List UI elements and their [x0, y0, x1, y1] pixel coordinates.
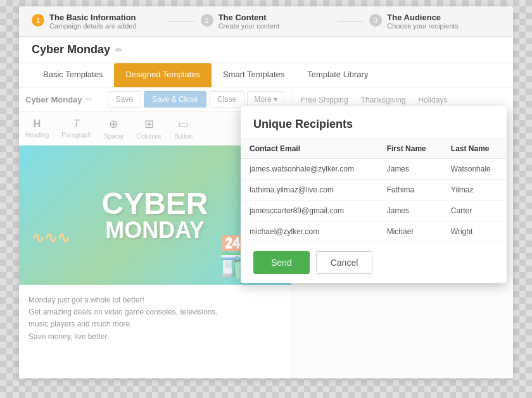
- row2-first: Fathima: [378, 180, 442, 201]
- tab-smart-templates[interactable]: Smart Templates: [212, 63, 296, 87]
- row1-last: Watsonhale: [442, 159, 507, 180]
- tab-template-library[interactable]: Template Library: [296, 63, 379, 87]
- table-row: michael@zylker.com Michael Wright: [241, 221, 507, 242]
- tab-designed-templates[interactable]: Designed Templates: [114, 63, 212, 87]
- row4-first: Michael: [378, 221, 442, 242]
- unique-recipients-modal: Unique Recipients Contact Email First Na…: [241, 106, 507, 283]
- edit-campaign-icon[interactable]: ✏: [115, 45, 123, 55]
- cancel-button[interactable]: Cancel: [316, 251, 373, 274]
- row3-email: jamesccarter89@gmail.com: [241, 201, 378, 221]
- table-row: fathima.yilmaz@live.com Fathima Yilmaz: [241, 180, 507, 201]
- main-container: 1 The Basic Information Campaign details…: [19, 6, 513, 378]
- step-1-number: 1: [32, 14, 44, 27]
- row4-email: michael@zylker.com: [241, 221, 378, 242]
- campaign-title-bar: Cyber Monday ✏: [19, 37, 513, 63]
- step-3-number: 3: [369, 14, 382, 27]
- modal-overlay: Unique Recipients Contact Email First Na…: [19, 87, 513, 378]
- step-2-number: 2: [201, 14, 213, 27]
- step-1-info: The Basic Information Campaign details a…: [49, 13, 137, 30]
- campaign-title: Cyber Monday: [32, 43, 110, 56]
- step-3-subtitle: Choose your recipients: [387, 22, 459, 30]
- step-2-title: The Content: [218, 13, 280, 22]
- step-3-info: The Audience Choose your recipients: [387, 13, 459, 30]
- send-button[interactable]: Send: [253, 251, 310, 274]
- row3-last: Carter: [442, 201, 507, 221]
- modal-title: Unique Recipients: [241, 106, 507, 139]
- modal-actions: Send Cancel: [241, 242, 507, 283]
- tab-basic-templates[interactable]: Basic Templates: [32, 63, 114, 87]
- col-first-name: First Name: [378, 139, 442, 159]
- step-2[interactable]: 2 The Content Create your content: [201, 13, 332, 30]
- table-row: jamesccarter89@gmail.com James Carter: [241, 201, 507, 221]
- recipients-table: Contact Email First Name Last Name james…: [241, 139, 507, 242]
- step-divider-2: [338, 21, 363, 22]
- step-2-info: The Content Create your content: [218, 13, 280, 30]
- row3-first: James: [378, 201, 442, 221]
- content-area: Cyber Monday ✏ Save Save & Close Close M…: [19, 87, 513, 378]
- row2-email: fathima.yilmaz@live.com: [241, 180, 378, 201]
- table-row: james.watsonhale@zylker.com James Watson…: [241, 159, 507, 180]
- col-last-name: Last Name: [442, 139, 507, 159]
- row4-last: Wright: [442, 221, 507, 242]
- row1-email: james.watsonhale@zylker.com: [241, 159, 378, 180]
- tab-bar: Basic Templates Designed Templates Smart…: [19, 63, 513, 87]
- step-1[interactable]: 1 The Basic Information Campaign details…: [32, 13, 163, 30]
- col-email: Contact Email: [241, 139, 378, 159]
- step-1-subtitle: Campaign details are added: [49, 22, 137, 30]
- row2-last: Yilmaz: [442, 180, 507, 201]
- step-2-subtitle: Create your content: [218, 22, 280, 30]
- step-divider-1: [169, 21, 194, 22]
- step-3[interactable]: 3 The Audience Choose your recipients: [369, 13, 500, 30]
- steps-bar: 1 The Basic Information Campaign details…: [19, 6, 513, 37]
- row1-first: James: [378, 159, 442, 180]
- step-3-title: The Audience: [387, 13, 459, 22]
- step-1-title: The Basic Information: [49, 13, 137, 22]
